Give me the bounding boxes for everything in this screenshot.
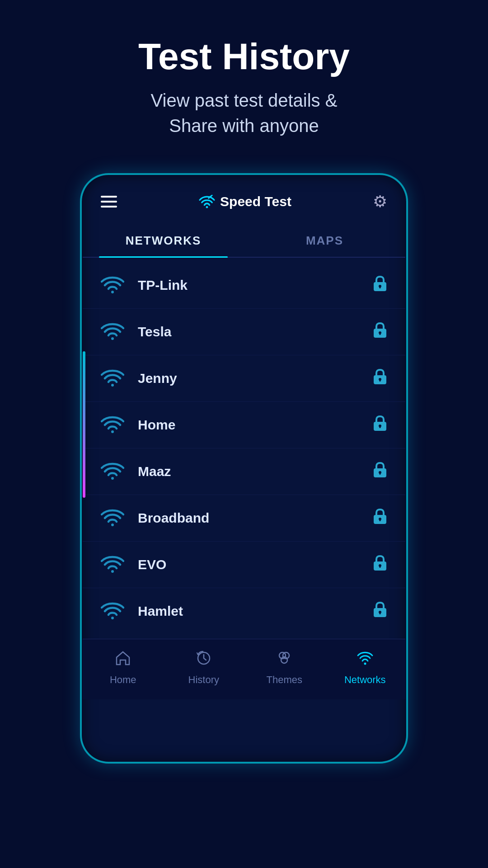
- nav-item-home[interactable]: Home: [96, 650, 150, 686]
- wifi-signal-icon: [101, 415, 124, 435]
- network-name-label: EVO: [138, 557, 373, 572]
- history-nav-label: History: [188, 674, 219, 686]
- wifi-signal-icon: [101, 275, 124, 295]
- svg-rect-22: [380, 472, 381, 475]
- history-icon: [196, 650, 212, 670]
- lock-icon: [373, 275, 387, 296]
- network-list-item[interactable]: Tesla: [83, 309, 405, 355]
- svg-point-23: [111, 524, 114, 526]
- speed-test-logo-icon: [198, 195, 216, 208]
- svg-point-15: [111, 430, 114, 433]
- app-bar: Speed Test ⚙: [83, 176, 405, 220]
- network-list-item[interactable]: Home: [83, 402, 405, 448]
- network-list-item[interactable]: Broadband: [83, 495, 405, 542]
- nav-item-themes[interactable]: Themes: [257, 650, 311, 686]
- phone-mockup: Speed Test ⚙ NETWORKS MAPS TP-Link: [81, 175, 407, 762]
- nav-item-networks[interactable]: Networks: [338, 650, 392, 686]
- wifi-signal-icon: [101, 322, 124, 342]
- nav-item-history[interactable]: History: [177, 650, 231, 686]
- lock-icon: [373, 321, 387, 342]
- hamburger-menu-button[interactable]: [101, 196, 117, 208]
- svg-point-19: [111, 477, 114, 480]
- lock-icon: [373, 601, 387, 622]
- themes-nav-label: Themes: [267, 674, 302, 686]
- bottom-navigation: Home History Them: [83, 639, 405, 699]
- network-list-item[interactable]: EVO: [83, 542, 405, 588]
- svg-point-39: [364, 663, 366, 665]
- network-name-label: TP-Link: [138, 278, 373, 293]
- svg-rect-26: [380, 519, 381, 521]
- svg-point-7: [111, 337, 114, 340]
- lock-icon: [373, 415, 387, 435]
- home-nav-label: Home: [110, 674, 136, 686]
- network-list-item[interactable]: TP-Link: [83, 262, 405, 309]
- networks-icon: [357, 650, 373, 670]
- settings-button[interactable]: ⚙: [373, 192, 387, 211]
- network-name-label: Maaz: [138, 464, 373, 479]
- svg-rect-14: [380, 379, 381, 382]
- svg-point-27: [111, 570, 114, 573]
- network-list: TP-Link Tesla: [83, 258, 405, 639]
- wifi-signal-icon: [101, 601, 124, 621]
- app-name: Speed Test: [220, 194, 291, 209]
- network-list-item[interactable]: Jenny: [83, 355, 405, 402]
- page-title: Test History: [18, 36, 470, 77]
- header-subtitle: View past test details & Share with anyo…: [18, 88, 470, 138]
- networks-nav-label: Networks: [344, 674, 386, 686]
- network-name-label: Home: [138, 417, 373, 433]
- network-name-label: Hamlet: [138, 604, 373, 619]
- tab-networks[interactable]: NETWORKS: [83, 225, 244, 257]
- network-list-item[interactable]: Maaz: [83, 448, 405, 495]
- wifi-signal-icon: [101, 555, 124, 575]
- svg-point-0: [206, 206, 208, 208]
- tab-bar: NETWORKS MAPS: [83, 225, 405, 258]
- lock-icon: [373, 554, 387, 575]
- wifi-signal-icon: [101, 462, 124, 481]
- svg-rect-10: [380, 333, 381, 335]
- svg-point-3: [111, 291, 114, 293]
- network-name-label: Tesla: [138, 324, 373, 340]
- header-section: Test History View past test details & Sh…: [0, 0, 488, 156]
- svg-rect-18: [380, 426, 381, 428]
- svg-rect-30: [380, 566, 381, 568]
- wifi-signal-icon: [101, 508, 124, 528]
- svg-point-11: [111, 384, 114, 387]
- svg-rect-34: [380, 612, 381, 614]
- home-icon: [115, 650, 131, 670]
- app-logo: Speed Test: [198, 194, 291, 209]
- lock-icon: [373, 508, 387, 528]
- lock-icon: [373, 461, 387, 482]
- network-name-label: Broadband: [138, 510, 373, 526]
- network-list-item[interactable]: Hamlet: [83, 588, 405, 634]
- themes-icon: [276, 650, 292, 670]
- svg-point-31: [111, 617, 114, 619]
- network-name-label: Jenny: [138, 371, 373, 386]
- tab-maps[interactable]: MAPS: [244, 225, 405, 257]
- wifi-signal-icon: [101, 368, 124, 388]
- lock-icon: [373, 368, 387, 389]
- svg-rect-6: [380, 286, 381, 288]
